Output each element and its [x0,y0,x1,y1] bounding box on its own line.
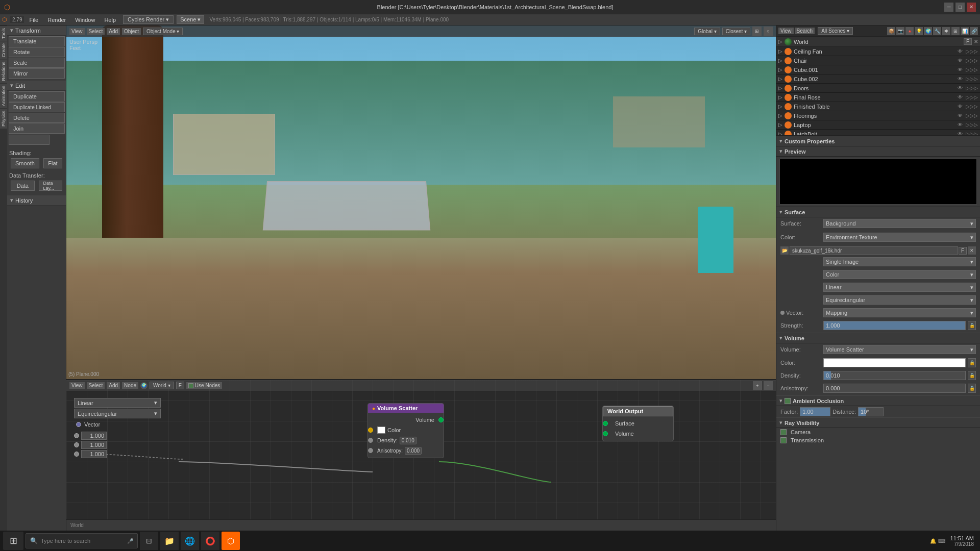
anisotropy-slider[interactable]: 0.000 [823,384,966,393]
rp-icon-5[interactable]: 🌍 [924,27,932,35]
rp-search-btn[interactable]: Search [795,28,815,34]
menu-window[interactable]: Window [71,16,99,24]
density-slider[interactable]: 0.010 [823,371,966,380]
rotate-button[interactable]: Rotate [9,47,65,57]
history-section-header[interactable]: ▾ History [7,195,66,206]
tab-relations[interactable]: Relations [0,59,7,83]
scene-selector[interactable]: Scene ▾ [177,15,204,24]
scene-item-eye[interactable]: 👁 [958,94,963,100]
custom-properties-header[interactable]: ▾ Custom Properties [776,136,980,146]
link-nodes-linear-dropdown[interactable]: Linear ▾ [74,398,161,408]
rp-icon-6[interactable]: 🔧 [933,27,941,35]
scene-item-expand[interactable]: ▷▷▷ [966,131,978,135]
vector-value-dropdown[interactable]: Mapping ▾ [823,308,976,317]
viewport-mode-selector[interactable]: Object Mode ▾ [143,28,183,35]
preview-header[interactable]: ▾ Preview [776,146,980,157]
image-filename[interactable]: skukuza_golf_16k.hdr [790,246,958,255]
render-engine-selector[interactable]: Cycles Render ▾ [123,15,174,24]
scene-list-item[interactable]: ▷ Finished Table 👁 ▷▷▷ [776,102,980,111]
rp-icon-1[interactable]: 📦 [887,27,895,35]
vol-color-lock[interactable]: 🔒 [968,358,976,367]
scene-list-item[interactable]: ▷ Floorings 👁 ▷▷▷ [776,111,980,120]
scene-item-eye[interactable]: 👁 [958,113,963,118]
scene-item-eye[interactable]: 👁 [958,58,963,63]
viewport-view-btn[interactable]: View [69,28,85,35]
data-button[interactable]: Data [11,181,35,191]
val-2[interactable]: 1.000 [81,441,107,449]
delete-button[interactable]: Delete [9,113,65,123]
color-value-dropdown[interactable]: Environment Texture ▾ [823,233,976,242]
rp-icon-7[interactable]: ✱ [942,27,950,35]
set-origin-button[interactable] [9,135,50,145]
volume-scatter-node[interactable]: ● Volume Scatter Volume Color [368,403,444,458]
scene-list-item[interactable]: ▷ LatchBolt 👁 ▷▷▷ [776,130,980,135]
blender-taskbar-icon[interactable]: ⬡ [222,532,240,550]
chrome-icon[interactable]: ⭕ [201,532,219,550]
img-x-btn[interactable]: ✕ [968,246,976,255]
anisotropy-value[interactable]: 0.000 [405,447,422,455]
scene-item-expand[interactable]: ▷▷▷ [966,104,978,109]
node-editor[interactable]: View Select Add Node 🌍 World ▾ F Use Nod… [66,380,776,531]
scene-item-expand[interactable]: ▷▷▷ [966,48,978,54]
img-f-btn[interactable]: F [959,247,967,255]
translate-button[interactable]: Translate [9,36,65,46]
scale-button[interactable]: Scale [9,58,65,68]
ao-checkbox[interactable] [785,398,791,404]
notifications-icon[interactable]: 🔔 [930,538,936,544]
edit-section-header[interactable]: ▾ Edit [7,81,66,91]
volume-section-header[interactable]: ▾ Volume [776,333,980,343]
minimize-button[interactable]: ─ [944,3,953,12]
val-1[interactable]: 1.000 [81,432,107,440]
viewport-select-btn[interactable]: Select [87,28,105,35]
join-button[interactable]: Join [9,123,65,134]
viewport-snap-selector[interactable]: Closest ▾ [722,28,750,35]
scene-list-item[interactable]: ▷ Final Rose 👁 ▷▷▷ [776,93,980,102]
snap-toggle[interactable]: ⊞ [752,27,762,36]
scene-list-item[interactable]: ▷ Laptop 👁 ▷▷▷ [776,120,980,130]
scene-list-item[interactable]: ▷ Ceiling Fan 👁 ▷▷▷ [776,47,980,56]
world-output-node[interactable]: World Output Surface Volume [602,406,674,441]
volume-value-dropdown[interactable]: Volume Scatter ▾ [823,345,976,354]
edge-icon[interactable]: 🌐 [181,532,199,550]
tab-animation[interactable]: Animation [0,83,7,108]
camera-checkbox[interactable] [780,429,787,435]
start-button[interactable]: ⊞ [3,532,23,550]
equirect-dropdown[interactable]: Equirectangular ▾ [823,295,976,305]
maximize-button[interactable]: □ [955,3,965,12]
menu-render[interactable]: Render [43,16,70,24]
link-nodes-equirect-dropdown[interactable]: Equirectangular ▾ [74,409,161,418]
rp-scene-dropdown[interactable]: All Scenes ▾ [818,27,853,35]
keyboard-icon[interactable]: ⌨ [938,538,945,544]
scene-item-expand[interactable]: ▷▷▷ [966,76,978,82]
scene-item-expand[interactable]: ▷▷▷ [966,113,978,118]
flat-button[interactable]: Flat [43,158,62,168]
scene-item-eye[interactable]: 👁 [958,76,963,82]
duplicate-linked-button[interactable]: Duplicate Linked [9,102,65,112]
close-button[interactable]: ✕ [967,3,976,12]
ao-factor-slider[interactable]: 1.00 [800,407,830,416]
viewport-3d[interactable]: View Select Add Object Object Mode ▾ Glo… [66,26,776,380]
tab-physics[interactable]: Physics [0,108,7,129]
transform-section-header[interactable]: ▾ Transform [7,26,66,36]
scene-item-eye[interactable]: 👁 [958,48,963,54]
mirror-button[interactable]: Mirror [9,68,65,79]
density-lock[interactable]: 🔒 [968,371,976,380]
rp-icon-8[interactable]: ⊞ [951,27,960,35]
surface-section-header[interactable]: ▾ Surface [776,207,980,217]
duplicate-button[interactable]: Duplicate [9,91,65,102]
color-mode-dropdown[interactable]: Color ▾ [823,270,976,279]
color-swatch[interactable] [377,427,385,434]
single-image-dropdown[interactable]: Single Image ▾ [823,257,976,266]
rp-icon-9[interactable]: 📊 [961,27,969,35]
tab-create[interactable]: Create [0,41,7,59]
rp-icon-10[interactable]: 🔗 [970,27,978,35]
scene-item-expand[interactable]: ▷▷▷ [966,67,978,72]
rp-icon-3[interactable]: 🔺 [905,27,914,35]
taskbar-search-box[interactable]: 🔍 Type here to search 🎤 [26,533,138,548]
rp-icon-4[interactable]: 💡 [915,27,923,35]
task-view-button[interactable]: ⊡ [140,532,158,550]
scene-item-expand[interactable]: ▷▷▷ [966,94,978,100]
scene-list-item[interactable]: ▷ Chair 👁 ▷▷▷ [776,56,980,65]
scene-item-eye[interactable]: 👁 [958,67,963,72]
transmission-checkbox[interactable] [780,437,787,443]
